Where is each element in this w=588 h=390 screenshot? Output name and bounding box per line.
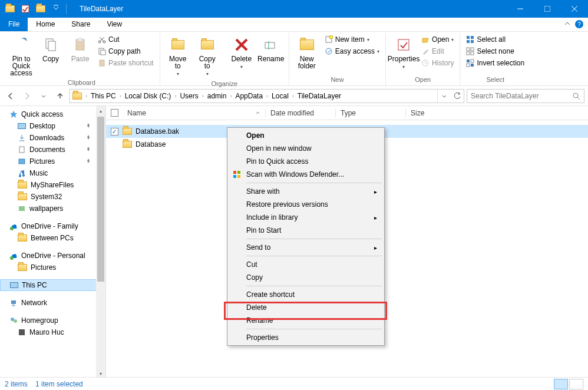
breadcrumb-seg[interactable]: AppData	[235, 92, 263, 100]
tab-file[interactable]: File	[0, 18, 28, 31]
tab-view[interactable]: View	[98, 18, 130, 31]
cm-copy[interactable]: Copy	[229, 271, 383, 284]
sidebar-scrollbar[interactable]: ▴ ▾	[96, 106, 105, 378]
selectall-checkbox[interactable]	[111, 109, 118, 117]
delete-button[interactable]: Delete▾	[227, 34, 256, 72]
tab-share[interactable]: Share	[63, 18, 98, 31]
qat-dropdown-icon[interactable]	[49, 2, 62, 15]
back-button[interactable]	[4, 89, 18, 103]
refresh-icon[interactable]	[451, 90, 464, 103]
rename-button[interactable]: Rename	[257, 34, 285, 64]
svg-rect-26	[467, 40, 470, 43]
sidebar-item[interactable]: Pictures	[0, 262, 105, 273]
cm-delete[interactable]: Delete	[229, 301, 383, 314]
breadcrumb-seg[interactable]: TileDataLayer	[298, 92, 341, 100]
tab-home[interactable]: Home	[28, 18, 63, 31]
view-icons-button[interactable]	[569, 379, 583, 389]
cm-restore[interactable]: Restore previous versions	[229, 198, 383, 211]
sidebar-quickaccess[interactable]: Quick access	[0, 108, 105, 120]
cm-sendto[interactable]: Send to▸	[229, 241, 383, 254]
newfolder-button[interactable]: New folder	[293, 34, 321, 71]
forward-button[interactable]	[20, 89, 34, 103]
easyaccess-button[interactable]: Easy access ▾	[322, 46, 382, 57]
minimize-button[interactable]	[507, 0, 534, 18]
row-checkbox[interactable]: ✓	[111, 128, 118, 135]
up-button[interactable]	[53, 89, 67, 103]
sidebar-onedrive-personal[interactable]: OneDrive - Personal	[0, 250, 105, 262]
sidebar-item[interactable]: Downloads	[0, 132, 105, 144]
cm-open[interactable]: Open	[229, 129, 383, 142]
search-input[interactable]: Search TileDataLayer	[467, 89, 584, 103]
sidebar-homegroup[interactable]: Homegroup	[0, 315, 105, 326]
cm-share[interactable]: Share with▸	[229, 185, 383, 198]
edit-button[interactable]: Edit	[419, 46, 456, 57]
pasteshort-button[interactable]: Paste shortcut	[95, 58, 156, 68]
chevron-right-icon[interactable]: ›	[83, 93, 90, 99]
breadcrumb-seg[interactable]: Local Disk (C:)	[125, 92, 171, 100]
cut-button[interactable]: Cut	[95, 34, 156, 45]
address-bar[interactable]: › This PC› Local Disk (C:)› Users› admin…	[70, 89, 464, 103]
scroll-thumb[interactable]	[97, 117, 104, 282]
sidebar-item[interactable]: Pictures	[0, 156, 105, 167]
recent-dropdown[interactable]	[37, 89, 51, 103]
sidebar-item[interactable]: Documents	[0, 144, 105, 156]
selectnone-button[interactable]: Select none	[464, 46, 527, 57]
sidebar-network[interactable]: Network	[0, 297, 105, 309]
cm-props[interactable]: Properties	[229, 331, 383, 344]
pin-quickaccess-button[interactable]: Pin to Quick access	[7, 34, 35, 78]
svg-point-20	[329, 35, 333, 39]
cm-defender[interactable]: Scan with Windows Defender...	[229, 168, 383, 181]
moveto-button[interactable]: Move to▾	[164, 34, 192, 79]
maximize-button[interactable]	[534, 0, 561, 18]
scroll-up-icon[interactable]: ▴	[96, 106, 105, 115]
col-name[interactable]: Name	[123, 109, 265, 117]
copypath-button[interactable]: Copy path	[95, 46, 156, 57]
history-button[interactable]: History	[419, 58, 456, 68]
sidebar-thispc[interactable]: This PC	[0, 279, 105, 291]
svg-rect-3	[544, 6, 550, 12]
cm-shortcut[interactable]: Create shortcut	[229, 288, 383, 301]
open-button[interactable]: Open ▾	[419, 34, 456, 45]
sidebar-item[interactable]: Between PCs	[0, 232, 105, 244]
properties-button[interactable]: Properties▾	[389, 34, 418, 72]
qat-folder-icon[interactable]	[4, 2, 16, 15]
cm-cut[interactable]: Cut	[229, 258, 383, 271]
svg-point-42	[10, 227, 14, 230]
sidebar-item[interactable]: Music	[0, 167, 105, 179]
view-details-button[interactable]	[554, 379, 568, 389]
help-icon[interactable]: ?	[575, 20, 583, 28]
copy-button[interactable]: Copy	[37, 34, 65, 64]
qat-properties-icon[interactable]	[19, 2, 32, 15]
sidebar-item[interactable]: System32	[0, 191, 105, 203]
close-button[interactable]	[561, 0, 588, 18]
ribbon-collapse-icon[interactable]	[564, 20, 570, 28]
cm-pinq[interactable]: Pin to Quick access	[229, 155, 383, 168]
sidebar-item[interactable]: wallpapers	[0, 203, 105, 214]
col-type[interactable]: Type	[336, 109, 405, 117]
cm-openwin[interactable]: Open in new window	[229, 142, 383, 155]
cm-include[interactable]: Include in library▸	[229, 211, 383, 224]
invertsel-button[interactable]: Invert selection	[464, 58, 527, 68]
newitem-button[interactable]: New item ▾	[322, 34, 382, 45]
sidebar-item[interactable]: Desktop	[0, 120, 105, 132]
sidebar-item[interactable]: Mauro Huc	[0, 326, 105, 338]
sidebar-item[interactable]: MyShareFiles	[0, 179, 105, 191]
paste-button[interactable]: Paste	[66, 34, 94, 64]
user-icon	[18, 328, 26, 336]
copyto-button[interactable]: Copy to▾	[193, 34, 222, 79]
col-size[interactable]: Size	[406, 109, 453, 117]
selectall-button[interactable]: Select all	[464, 34, 527, 45]
svg-rect-25	[471, 36, 474, 39]
breadcrumb-seg[interactable]: admin	[207, 92, 227, 100]
pasteshort-icon	[98, 59, 106, 67]
chevron-right-icon: ▸	[374, 214, 377, 221]
addr-dropdown-icon[interactable]	[438, 90, 451, 103]
breadcrumb-seg[interactable]: Users	[180, 92, 198, 100]
qat-newfolder-icon[interactable]	[34, 2, 47, 15]
sidebar-onedrive-family[interactable]: OneDrive - Family	[0, 220, 105, 232]
breadcrumb-seg[interactable]: Local	[272, 92, 289, 100]
col-date[interactable]: Date modified	[266, 109, 335, 117]
cm-pinstart[interactable]: Pin to Start	[229, 224, 383, 237]
breadcrumb-seg[interactable]: This PC	[91, 92, 116, 100]
cm-rename[interactable]: Rename	[229, 314, 383, 327]
